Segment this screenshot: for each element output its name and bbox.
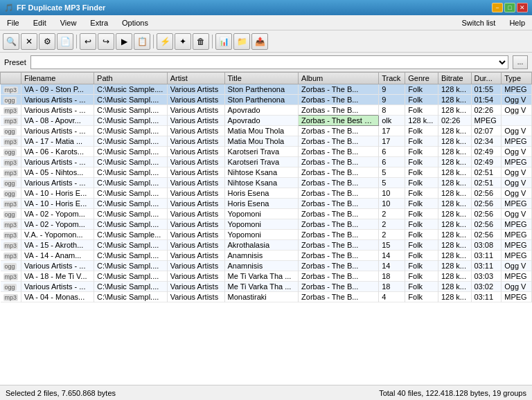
undo-button[interactable]: ↩: [80, 33, 96, 50]
cell-type-badge: mp3: [1, 157, 21, 167]
cell-track: 9: [379, 95, 405, 105]
cell-genre: Folk: [405, 230, 438, 240]
cell-track: olk: [379, 116, 405, 126]
close-button[interactable]: ✕: [517, 3, 528, 12]
cell-title: Akrothalasia: [224, 240, 299, 251]
menu-help[interactable]: Help: [505, 17, 529, 28]
table-row[interactable]: oggVA - 06 - Karots...C:\Music Sampl....…: [1, 147, 532, 157]
col-track[interactable]: Track: [379, 73, 405, 84]
table-row[interactable]: mp3VA - 18 - Me Ti V...C:\Music Sampl...…: [1, 271, 532, 282]
cell-duration: 01:55: [471, 84, 502, 95]
cell-artist: Various Artists: [167, 136, 224, 147]
table-row[interactable]: mp3V.A. - Yopomon...C:\Music Sample...Va…: [1, 230, 532, 240]
cell-type-badge: mp3: [1, 84, 21, 95]
col-filetype[interactable]: Type: [502, 73, 532, 84]
export-button[interactable]: 📤: [251, 33, 268, 50]
file-table-container[interactable]: Filename Path Artist Title Album Track G…: [0, 72, 532, 385]
table-row[interactable]: oggVarious Artists - ...C:\Music Sampl..…: [1, 178, 532, 188]
cell-type-badge: mp3: [1, 199, 21, 209]
col-path[interactable]: Path: [94, 73, 168, 84]
menu-file[interactable]: File: [3, 17, 24, 28]
preset-more-button[interactable]: ...: [513, 55, 528, 69]
cell-title: Matia Mou Thola: [224, 126, 299, 136]
table-row[interactable]: mp3Various Artists - ...C:\Music Sampl..…: [1, 105, 532, 116]
col-bitrate[interactable]: Bitrate: [438, 73, 471, 84]
settings-button[interactable]: ⚙: [39, 33, 55, 50]
menu-edit[interactable]: Edit: [29, 17, 51, 28]
folder-button[interactable]: 📁: [233, 33, 250, 50]
table-row[interactable]: oggVarious Artists - ...C:\Music Sampl..…: [1, 126, 532, 136]
preset-combo[interactable]: [30, 55, 508, 69]
cell-genre: Folk: [405, 95, 438, 105]
minimize-button[interactable]: −: [492, 3, 503, 12]
flash-button[interactable]: ⚡: [157, 33, 173, 50]
cell-track: 18: [379, 282, 405, 292]
menu-switch-list[interactable]: Switch list: [457, 17, 499, 28]
cell-album: Zorbas - The B...: [299, 209, 379, 219]
cell-artist: Various Artists: [167, 84, 224, 95]
cell-filetype: MPEG: [502, 136, 532, 147]
cell-artist: Various Artists: [167, 199, 224, 209]
table-row[interactable]: mp3VA - 14 - Anam...C:\Music Sampl....Va…: [1, 251, 532, 261]
cell-filename: VA - 10 - Horis E...: [21, 188, 94, 199]
table-row[interactable]: mp3VA - 04 - Monas...C:\Music Sampl....V…: [1, 292, 532, 302]
cell-track: 18: [379, 271, 405, 282]
cell-title: Nihtose Ksana: [224, 167, 299, 178]
table-row[interactable]: oggVarious Artists - ...C:\Music Sampl..…: [1, 95, 532, 105]
chart-button[interactable]: 📊: [215, 33, 232, 50]
delete-button[interactable]: 🗑: [193, 33, 209, 50]
table-row[interactable]: mp3VA - 10 - Horis E...C:\Music Sampl...…: [1, 199, 532, 209]
cell-bitrate: 128 k...: [438, 178, 471, 188]
search-button[interactable]: 🔍: [3, 33, 19, 50]
cell-filetype: Ogg V: [502, 282, 532, 292]
cell-duration: 02:26: [471, 105, 502, 116]
cell-filename: VA - 06 - Karots...: [21, 147, 94, 157]
menu-extra[interactable]: Extra: [86, 17, 112, 28]
cell-path: C:\Music Sampl....: [94, 271, 168, 282]
col-title[interactable]: Title: [224, 73, 299, 84]
table-row[interactable]: mp3VA - 08 - Apovr...C:\Music Sampl....V…: [1, 116, 532, 126]
cell-track: 5: [379, 178, 405, 188]
title-bar-controls: − □ ✕: [492, 3, 528, 12]
table-row[interactable]: oggVA - 10 - Horis E...C:\Music Sampl...…: [1, 188, 532, 199]
cell-album: Zorbas - The B...: [299, 292, 379, 302]
clear-button[interactable]: ✕: [21, 33, 37, 50]
cell-genre: Folk: [405, 178, 438, 188]
toolbar: 🔍 ✕ ⚙ 📄 ↩ ↪ ▶ 📋 ⚡ ✦ 🗑 📊 📁 📤: [0, 30, 532, 53]
col-album[interactable]: Album: [299, 73, 379, 84]
col-duration[interactable]: Dur...: [471, 73, 502, 84]
cell-album: Zorbas - The B...: [299, 157, 379, 167]
table-row[interactable]: oggVarious Artists - ...C:\Music Sampl..…: [1, 282, 532, 292]
table-row[interactable]: mp3Various Artists - ...C:\Music Sampl..…: [1, 157, 532, 167]
cell-genre: Folk: [405, 271, 438, 282]
col-artist[interactable]: Artist: [167, 73, 224, 84]
table-row[interactable]: mp3VA - 17 - Matia ...C:\Music Sampl....…: [1, 136, 532, 147]
restore-button[interactable]: □: [504, 3, 515, 12]
col-genre[interactable]: Genre: [405, 73, 438, 84]
copy-button[interactable]: 📋: [134, 33, 150, 50]
table-row[interactable]: mp3VA - 02 - Yopom...C:\Music Sampl....V…: [1, 219, 532, 230]
cell-filetype: Ogg V: [502, 147, 532, 157]
table-row[interactable]: oggVarious Artists - ...C:\Music Sampl..…: [1, 261, 532, 271]
table-row[interactable]: mp3VA - 05 - Nihtos...C:\Music Sampl....…: [1, 167, 532, 178]
col-type[interactable]: [1, 73, 21, 84]
col-filename[interactable]: Filename: [21, 73, 94, 84]
cell-duration: 02:56: [471, 219, 502, 230]
menu-options[interactable]: Options: [118, 17, 152, 28]
cell-filename: Various Artists - ...: [21, 261, 94, 271]
cell-path: C:\Music Sampl....: [94, 251, 168, 261]
table-row[interactable]: mp3VA - 15 - Akroth...C:\Music Sampl....…: [1, 240, 532, 251]
redo-button[interactable]: ↪: [98, 33, 114, 50]
table-row[interactable]: oggVA - 02 - Yopom...C:\Music Sampl....V…: [1, 209, 532, 219]
menu-view[interactable]: View: [56, 17, 81, 28]
star-button[interactable]: ✦: [175, 33, 191, 50]
cell-bitrate: 128 k...: [438, 209, 471, 219]
cell-duration: 03:11: [471, 292, 502, 302]
status-bar: Selected 2 files, 7.650.868 bytes Total …: [0, 385, 532, 400]
file-button[interactable]: 📄: [57, 33, 73, 50]
cell-genre: Folk: [405, 136, 438, 147]
cell-artist: Various Artists: [167, 209, 224, 219]
play-button[interactable]: ▶: [116, 33, 132, 50]
table-row[interactable]: mp3VA - 09 - Ston P...C:\Music Sample...…: [1, 84, 532, 95]
cell-album: Zorbas - The B...: [299, 188, 379, 199]
